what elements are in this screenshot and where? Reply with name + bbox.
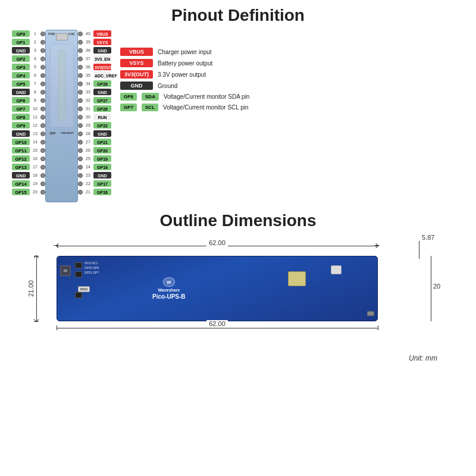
gp7-badge: GP7 [120,104,137,111]
pin-dot [40,156,45,161]
legend-row-vsys: VSYS Battery power output [120,59,287,67]
left-pin-row: GP46 [12,71,45,79]
right-pin-row: 40VBUS [78,30,111,37]
pin-number: 31 [84,105,92,112]
vsys-badge: VSYS [120,59,153,67]
pin-dot [40,82,45,86]
pin-number: 14 [31,139,39,145]
pin-dot [78,82,83,86]
pin-label: VSYS [93,39,111,45]
left-pin-row: GP57 [12,80,45,87]
pin-dot [78,115,83,120]
right-pin-row: 34GP28 [78,80,111,87]
pin-number: 6 [31,72,39,79]
pin-label: GP10 [12,139,30,145]
pin-label: GP22 [93,122,111,129]
pin-number: 19 [31,180,39,187]
ic-chip-1 [75,262,82,268]
left-pin-row: GND18 [12,171,45,179]
pin-number: 21 [84,189,92,195]
unit-label: Unit: mm [409,352,437,363]
vsys-desc: Battery power output [158,60,212,67]
pin-number: 37 [84,55,92,62]
pin-label: GP11 [12,147,30,154]
dimensions-section: Outline Dimensions 62.00 21.00 5.87 [12,211,464,366]
pin-number: 34 [84,80,92,87]
pin-number: 24 [84,164,92,170]
right-pin-row: 21GP16 [78,188,111,196]
right-pin-row: 363V3(OUT) [78,63,111,71]
pin-dot [78,98,83,103]
left-pins: GP01GP12GND3GP24GP35GP46GP57GND8GP69GP71… [12,30,45,196]
pin-number: 13 [31,130,39,137]
header-connector [331,265,342,274]
legend-row-vbus: VBUS Charger power input [120,48,287,56]
pin-label: GP0 [12,30,30,37]
pin-label: GP20 [93,147,111,154]
right-pin-row: 38GND [78,46,111,54]
pin-label: 3V3_EN [93,55,111,62]
tick-right-bottom [378,325,378,330]
pin-dot [78,140,83,145]
pin-label: GND [93,89,111,95]
pin-label: GP2 [12,55,30,62]
pin-label: GP6 [12,97,30,104]
pin-number: 20 [31,189,39,195]
left-pin-row: GP69 [12,96,45,104]
pin-label: RUN [93,114,111,120]
right-pin-row: 33GND [78,88,111,96]
left-pin-row: GND8 [12,88,45,96]
pin-number: 28 [84,130,92,137]
pin-number: 10 [31,105,39,112]
left-pin-row: GP811 [12,113,45,121]
pin-label: GP3 [12,64,30,70]
right-pin-row: 30RUN [78,113,111,121]
pin-dot [40,131,45,136]
pin-label: GP5 [12,80,30,87]
right-pin-row: 28GND [78,130,111,137]
pin-label: GP13 [12,164,30,170]
pin-label: GP26 [93,105,111,112]
pin-number: 11 [31,114,39,120]
left-pin-row: GP912 [12,121,45,129]
right-pin-row: 35ADC_VREF [78,71,111,79]
left-pin-row: GP1317 [12,163,45,171]
pin-dot [40,173,45,178]
pin-dot [40,98,45,103]
right-pin-row: 26GP20 [78,146,111,154]
gnd-desc: Ground [158,83,177,89]
pin-dot [40,165,45,170]
pin-dot [40,73,45,78]
pin-label: GND [12,130,30,137]
right-pin-row: 31GP26 [78,105,111,112]
pin-number: 5 [31,64,39,70]
pin-dot [78,173,83,178]
pin-label: GP4 [12,72,30,79]
pin-dot [40,123,45,128]
left-pin-row: GP24 [12,55,45,62]
pin-number: 38 [84,47,92,54]
legend-row-scl: GP7 SCL Voltage/Current monitor SCL pin [120,104,287,111]
right-pin-row: 22GP17 [78,180,111,187]
pin-dot [78,148,83,153]
usb-micro-port [367,311,374,316]
pin-dot [78,48,83,53]
pin-label: GP14 [12,180,30,187]
right-pins: 40VBUS39VSYS38GND373V3_EN363V3(OUT)35ADC… [78,30,111,196]
connector-value: 5.87 [422,234,434,241]
unit-text: Unit: mm [409,354,437,362]
dimensions-title: Outline Dimensions [160,211,317,230]
pinout-content: GP01GP12GND3GP24GP35GP46GP57GND8GP69GP71… [12,30,464,202]
vbus-badge: VBUS [120,48,153,56]
pin-number: 22 [84,180,92,187]
pin-dot [40,181,45,186]
right-pin-row: 32GP27 [78,96,111,104]
pin-label: GP28 [93,80,111,87]
left-pin-row: GND13 [12,130,45,137]
width-dim-line: 62.00 [57,246,378,246]
pin-label: GND [12,172,30,178]
pwr-label: PWR [48,32,55,42]
gp2-label: GP21 GP7 [84,271,99,274]
legend-row-3v3: 3V3(OUT) 3.3V power output [120,70,287,79]
left-pin-row: GP1520 [12,188,45,196]
